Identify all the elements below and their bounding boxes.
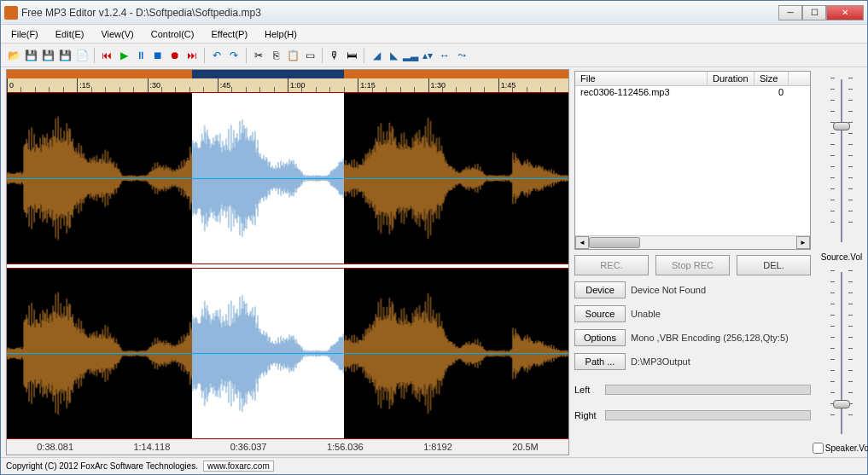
- wave-track-right[interactable]: [7, 268, 568, 440]
- volume-panel: Source.Vol Speaker.Vol: [816, 67, 867, 457]
- source-vol-slider[interactable]: [829, 71, 854, 251]
- pause-icon[interactable]: ⏸: [133, 48, 149, 63]
- amplify-icon[interactable]: ▴▾: [420, 48, 435, 63]
- options-value: Mono ,VBR Encoding (256,128,Qty:5): [631, 333, 789, 343]
- menu-edit[interactable]: Edit(E): [47, 26, 93, 42]
- scroll-right-icon[interactable]: ►: [796, 236, 810, 249]
- speaker-vol-check[interactable]: Speaker.Vol: [813, 443, 868, 454]
- status-bar: 0:38.081 1:14.118 0:36.037 1:56.036 1:81…: [7, 439, 568, 455]
- footer: Copyright (C) 2012 FoxArc Software Techn…: [1, 457, 867, 474]
- source-value: Unable: [631, 309, 661, 319]
- undo-icon[interactable]: ↶: [209, 48, 224, 63]
- fade-out-icon[interactable]: ◣: [386, 48, 401, 63]
- first-icon[interactable]: ⏮: [99, 48, 114, 63]
- toolbar: 📂 💾 💾 💾 📄 ⏮ ▶ ⏸ ⏹ ⏺ ⏭ ↶ ↷ ✂ ⎘ 📋 ▭ 🎙 🛏 ◢ …: [1, 43, 867, 67]
- path-button[interactable]: Path ...: [574, 353, 626, 370]
- menu-help[interactable]: Help(H): [256, 26, 306, 42]
- scroll-left-icon[interactable]: ◄: [575, 236, 589, 249]
- meter-left: [605, 385, 811, 395]
- status-sel-start: 1:14.118: [126, 442, 177, 452]
- file-list: File Duration Size rec0306-112456.mp3 0 …: [574, 71, 811, 250]
- copy-icon[interactable]: ⎘: [268, 48, 283, 63]
- app-window: Free MP3 Editor v1.2.4 - D:\Softpedia\So…: [0, 0, 868, 475]
- status-total: 1:56.036: [320, 442, 370, 452]
- menu-view[interactable]: View(V): [92, 26, 142, 42]
- last-icon[interactable]: ⏭: [184, 48, 200, 63]
- source-button[interactable]: Source: [574, 305, 626, 322]
- status-format: 1:8192: [417, 442, 459, 452]
- redo-icon[interactable]: ↷: [226, 48, 242, 63]
- export-icon[interactable]: 📄: [74, 48, 90, 63]
- col-file[interactable]: File: [575, 72, 708, 85]
- close-button[interactable]: ✕: [826, 5, 864, 20]
- normalize-icon[interactable]: ▂▃: [403, 48, 418, 63]
- speaker-vol-checkbox[interactable]: [813, 443, 824, 454]
- copyright: Copyright (C) 2012 FoxArc Software Techn…: [6, 461, 198, 471]
- time-ruler[interactable]: 0:15:30:451:001:151:301:45: [7, 78, 568, 92]
- window-title: Free MP3 Editor v1.2.4 - D:\Softpedia\So…: [21, 7, 778, 19]
- status-sel-len: 0:36.037: [224, 442, 274, 452]
- options-button[interactable]: Options: [574, 329, 626, 346]
- status-size: 20.5M: [505, 442, 545, 452]
- save-icon[interactable]: 💾: [23, 48, 38, 63]
- menubar: File(F) Edit(E) View(V) Control(C) Effec…: [1, 25, 867, 43]
- waveform-panel: 0:15:30:451:001:151:301:45 0:38.081 1:14…: [6, 69, 569, 455]
- silence-icon[interactable]: ⤳: [454, 48, 469, 63]
- open-icon[interactable]: 📂: [6, 48, 21, 63]
- play-icon[interactable]: ▶: [116, 48, 131, 63]
- meter-right: [605, 410, 811, 420]
- fade-in-icon[interactable]: ◢: [369, 48, 384, 63]
- source-vol-label: Source.Vol: [821, 251, 862, 264]
- stop-rec-button[interactable]: Stop REC: [655, 255, 730, 275]
- menu-file[interactable]: File(F): [3, 26, 47, 42]
- scroll-thumb[interactable]: [589, 237, 640, 248]
- meter-left-label: Left: [574, 385, 600, 395]
- save-selection-icon[interactable]: 💾: [57, 48, 73, 63]
- record-device-icon[interactable]: 🎙: [327, 48, 342, 63]
- list-h-scrollbar[interactable]: ◄ ►: [575, 235, 810, 249]
- side-panel: File Duration Size rec0306-112456.mp3 0 …: [569, 67, 816, 457]
- save-as-icon[interactable]: 💾: [40, 48, 55, 63]
- list-header: File Duration Size: [575, 72, 810, 86]
- speaker-vol-slider[interactable]: [829, 264, 854, 443]
- paste-icon[interactable]: 📋: [285, 48, 300, 63]
- rec-button[interactable]: REC.: [574, 255, 649, 275]
- meter-right-label: Right: [574, 410, 600, 420]
- titlebar: Free MP3 Editor v1.2.4 - D:\Softpedia\So…: [1, 1, 867, 25]
- status-pos: 0:38.081: [30, 442, 80, 452]
- del-button[interactable]: DEL.: [737, 255, 811, 275]
- reverse-icon[interactable]: ↔: [437, 48, 452, 63]
- device-value: Device Not Found: [631, 285, 706, 295]
- col-duration[interactable]: Duration: [708, 72, 754, 85]
- crop-icon[interactable]: ▭: [302, 48, 317, 63]
- app-icon: [4, 6, 18, 20]
- col-size[interactable]: Size: [754, 72, 789, 85]
- list-row[interactable]: rec0306-112456.mp3 0: [575, 86, 810, 98]
- maximize-button[interactable]: ☐: [802, 5, 826, 20]
- path-value: D:\MP3Output: [631, 356, 690, 367]
- overview-selection[interactable]: [192, 70, 344, 78]
- stop-icon[interactable]: ⏹: [150, 48, 166, 63]
- wave-track-left[interactable]: [7, 92, 568, 264]
- menu-effect[interactable]: Effect(P): [202, 26, 256, 42]
- overview-bar[interactable]: [7, 70, 568, 78]
- menu-control[interactable]: Control(C): [143, 26, 203, 42]
- device-button[interactable]: Device: [574, 281, 626, 298]
- device-settings-icon[interactable]: 🛏: [344, 48, 359, 63]
- minimize-button[interactable]: ─: [778, 5, 802, 20]
- website-link[interactable]: www.foxarc.com: [203, 461, 274, 472]
- cut-icon[interactable]: ✂: [251, 48, 266, 63]
- record-icon[interactable]: ⏺: [167, 48, 183, 63]
